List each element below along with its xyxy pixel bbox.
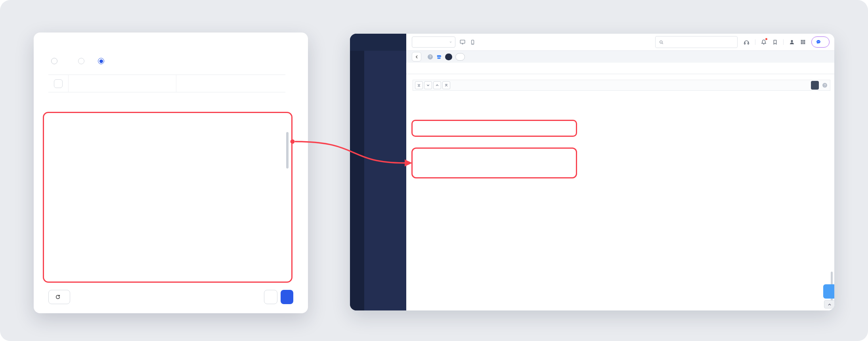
global-search-input[interactable] [655,36,738,48]
admin-topbar [406,34,834,51]
settings-menu [364,51,406,310]
move-up-button[interactable] [433,81,441,89]
modal-footer [48,290,293,304]
move-down-button[interactable] [424,81,432,89]
desktop-preview-icon[interactable] [459,39,466,45]
move-to-top-button[interactable] [442,81,450,89]
guide-badge[interactable] [445,54,452,60]
screenshot-canvas: ? ? [0,0,868,341]
ai-inquiry-button[interactable] [455,53,465,61]
notifications-bell-icon[interactable] [761,39,767,45]
custom-item-link-row [48,57,293,65]
back-button[interactable] [412,52,421,61]
refresh-icon [55,294,61,300]
ai-chatbot-button[interactable] [811,36,830,48]
admin-main: ? ? [406,34,834,310]
account-icon[interactable] [789,39,795,45]
radio-use[interactable] [78,58,88,64]
help-icon[interactable] [51,58,57,64]
close-button[interactable] [264,290,277,304]
radio-circle-icon [98,58,104,64]
scroll-to-top-button[interactable] [824,300,834,308]
modal-table-scrollbar[interactable] [286,132,289,169]
add-item-help-icon[interactable]: ? [822,83,827,88]
chevron-down-icon [449,40,452,44]
storefront-icon[interactable] [436,54,442,60]
admin-sidebar [350,34,406,310]
page-content: ? [406,74,834,310]
search-icon [659,40,664,45]
radio-not-use[interactable] [98,58,107,64]
quick-menu-badge[interactable] [823,284,834,299]
product-detail-link-modal [34,33,308,313]
info-icon[interactable]: ? [428,54,433,59]
add-item-button[interactable] [811,81,819,90]
submit-button[interactable] [281,290,293,304]
menu-group-title[interactable] [364,55,406,61]
shop-select[interactable] [412,36,455,48]
col-header-cafe24-info [68,75,176,92]
apps-grid-icon[interactable] [800,39,806,45]
table-toolbar: ? [413,80,830,91]
tab-bar [406,63,834,74]
support-headset-icon[interactable] [743,39,750,46]
reset-button[interactable] [48,290,70,304]
radio-circle-icon [78,58,84,64]
detail-info-header-row [48,75,285,92]
icon-rail [350,51,364,310]
select-all-checkbox[interactable] [54,79,63,88]
col-header-warranty-name [176,75,285,92]
chat-bubble-icon [816,39,821,45]
bookmark-icon[interactable] [772,39,778,45]
cafe24-admin-window: ? ? [350,34,834,310]
detail-info-table [48,75,285,92]
page-header: ? [406,51,834,63]
mobile-preview-icon[interactable] [470,39,476,45]
move-to-bottom-button[interactable] [415,81,423,89]
sidebar-logo-row [350,34,406,51]
